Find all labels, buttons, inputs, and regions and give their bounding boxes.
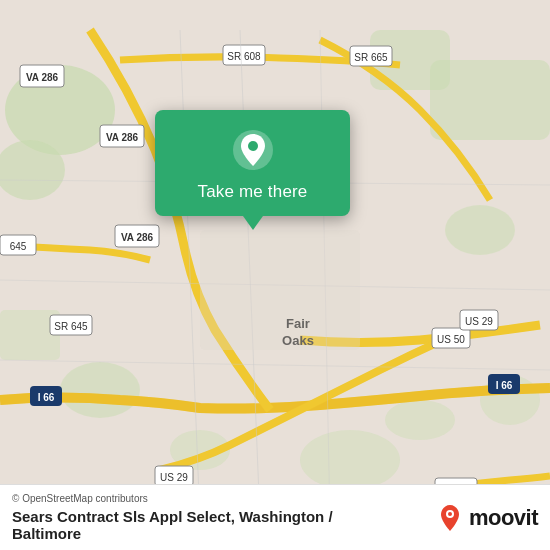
svg-text:US 29: US 29 [160, 472, 188, 483]
svg-point-10 [300, 430, 400, 490]
svg-text:SR 665: SR 665 [354, 52, 388, 63]
moovit-text: moovit [469, 505, 538, 531]
svg-text:645: 645 [10, 241, 27, 252]
moovit-logo: moovit [435, 503, 538, 533]
svg-text:VA 286: VA 286 [121, 232, 154, 243]
location-title-line2: Baltimore [12, 525, 81, 542]
svg-rect-4 [430, 60, 550, 140]
svg-text:VA 286: VA 286 [26, 72, 59, 83]
location-pin-icon [231, 128, 275, 172]
map-container: I 66 I 66 VA 286 VA 286 VA 286 SR 608 SR… [0, 0, 550, 550]
location-title: Sears Contract Sls Appl Select, Washingt… [12, 508, 333, 542]
osm-credit: © OpenStreetMap contributors [12, 493, 333, 504]
location-title-line1: Sears Contract Sls Appl Select, Washingt… [12, 508, 333, 525]
svg-point-7 [385, 400, 455, 440]
svg-text:US 29: US 29 [465, 316, 493, 327]
take-me-there-label: Take me there [198, 182, 308, 202]
svg-text:SR 608: SR 608 [227, 51, 261, 62]
bottom-info: © OpenStreetMap contributors Sears Contr… [12, 493, 333, 542]
map-svg: I 66 I 66 VA 286 VA 286 VA 286 SR 608 SR… [0, 0, 550, 550]
svg-point-8 [60, 362, 140, 418]
svg-text:SR 645: SR 645 [54, 321, 88, 332]
svg-text:VA 286: VA 286 [106, 132, 139, 143]
svg-point-5 [445, 205, 515, 255]
bottom-bar: © OpenStreetMap contributors Sears Contr… [0, 484, 550, 550]
svg-text:I 66: I 66 [496, 380, 513, 391]
svg-point-50 [448, 512, 452, 516]
take-me-there-popup[interactable]: Take me there [155, 110, 350, 216]
svg-text:I 66: I 66 [38, 392, 55, 403]
moovit-icon [435, 503, 465, 533]
svg-point-48 [248, 141, 258, 151]
svg-text:US 50: US 50 [437, 334, 465, 345]
svg-rect-46 [200, 230, 360, 350]
